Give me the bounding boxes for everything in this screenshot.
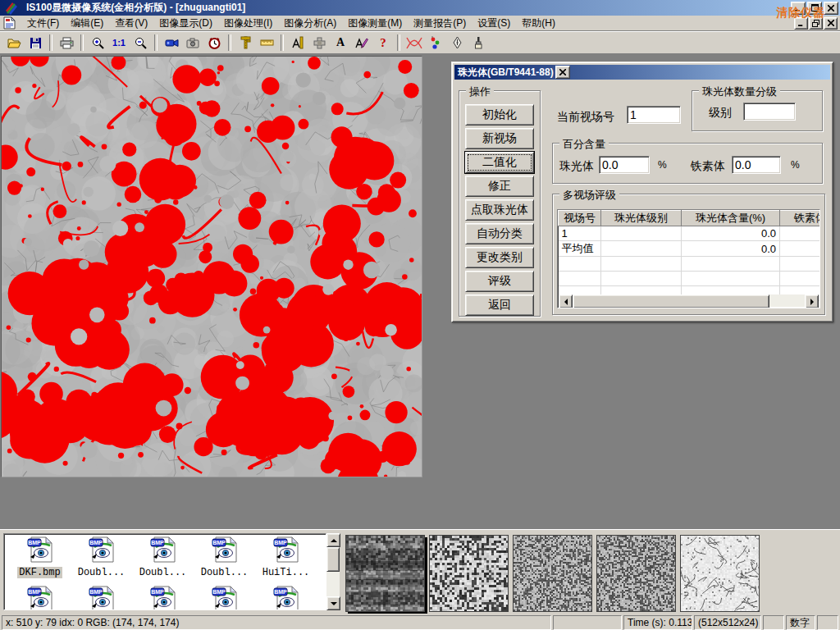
col-pearlite-grade[interactable]: 珠光体级别 [601,211,682,226]
classify-dots-button[interactable] [426,34,445,52]
menu-settings[interactable]: 设置(S) [472,15,516,32]
table-horizontal-scrollbar[interactable] [559,294,819,307]
help-button[interactable]: ? [373,34,393,52]
correct-button[interactable]: 修正 [465,176,534,197]
close-button[interactable] [824,2,838,15]
empty-panel [553,615,622,630]
col-field-no[interactable]: 视场号 [559,211,601,226]
svg-text:BMP: BMP [89,540,103,546]
pick-pearlite-button[interactable]: 点取珠光体 [465,199,534,221]
document-icon[interactable] [3,16,16,30]
dialog-close-button[interactable] [555,66,570,79]
zoom-in-button[interactable] [88,34,107,52]
col-ferrite-content[interactable]: 铁素体含量(%) [780,211,821,226]
new-field-button[interactable]: 新视场 [465,128,534,149]
file-item[interactable]: BMP [71,585,132,610]
auto-classify-button[interactable]: 自动分类 [465,223,534,244]
ferrite-percent-input[interactable] [732,156,781,174]
file-item[interactable]: BMP [194,585,255,610]
svg-text:BMP: BMP [151,589,164,595]
file-item[interactable]: BMP [255,585,317,610]
caliper-button[interactable] [235,34,255,52]
file-item[interactable]: BMP Doubl... [71,536,132,578]
rate-button[interactable]: 评级 [465,271,534,292]
menu-image-analysis[interactable]: 图像分析(A) [278,15,342,32]
pen-tool-button[interactable] [447,34,467,52]
grid-tool-button[interactable] [309,34,329,52]
menu-measure-report[interactable]: 测量报告(P) [408,15,472,32]
file-item[interactable]: BMP Doubl... [194,536,255,578]
grade-input[interactable] [743,103,796,121]
preview-thumbnail[interactable] [345,535,425,612]
scrollbar-thumb[interactable] [573,294,769,308]
file-item[interactable]: BMP [9,585,71,610]
video-camera-button[interactable] [162,34,181,52]
zoom-actual-button[interactable]: 1:1 [109,34,129,52]
table-row-empty [559,272,821,286]
file-item[interactable]: BMP [132,585,194,610]
return-button[interactable]: 返回 [465,294,534,316]
scroll-down-button[interactable] [326,596,340,610]
init-button[interactable]: 初始化 [465,104,534,126]
preview-thumbnail[interactable] [513,535,592,612]
status-bar: x: 510 y: 79 idx: 0 RGB: (174, 174, 174)… [0,614,840,630]
change-class-button[interactable]: 更改类别 [465,247,534,268]
menu-file[interactable]: 文件(F) [21,15,65,32]
mdi-close-button[interactable] [824,17,838,30]
menu-image-process[interactable]: 图像处理(I) [218,15,278,32]
annotate-tool-button[interactable] [352,34,372,52]
menu-edit[interactable]: 编辑(E) [65,15,109,32]
bmp-file-icon: BMP [272,585,300,610]
preview-thumbnail[interactable] [680,535,760,612]
brush-tool-button[interactable] [468,34,488,52]
preview-thumbnail[interactable] [596,535,676,612]
rating-table-wrap: 视场号 珠光体级别 珠光体含量(%) 铁素体含量(%) 1 0.0 [557,209,820,308]
menu-image-display[interactable]: 图像显示(D) [153,15,218,32]
rating-table: 视场号 珠光体级别 珠光体含量(%) 铁素体含量(%) 1 0.0 [558,210,820,301]
file-item[interactable]: BMP DKF.bmp [9,536,71,578]
multi-field-group-label: 多视场评级 [559,188,619,203]
zoom-out-button[interactable] [130,34,150,52]
cell-grade [601,241,682,257]
toolbar-separator [228,34,231,51]
scrollbar-track[interactable] [326,572,340,596]
file-name[interactable]: Doubl... [76,567,127,578]
micrograph-canvas[interactable] [1,56,422,477]
scroll-right-button[interactable] [805,294,819,308]
table-row[interactable]: 平均值 0.0 [559,241,821,257]
menu-view[interactable]: 查看(V) [109,15,153,32]
toolbar-separator [49,34,52,51]
binarize-button[interactable]: 二值化 [465,152,534,173]
file-name[interactable]: Doubl... [199,567,250,578]
scroll-up-button[interactable] [326,533,340,547]
text-tool-button[interactable]: A [331,34,350,52]
file-item[interactable]: BMP HuiTi... [255,536,317,578]
ruler-button[interactable] [257,34,276,52]
scrollbar-track[interactable] [769,294,805,307]
file-name[interactable]: Doubl... [138,567,189,578]
measure-text-button[interactable] [288,34,308,52]
print-button[interactable] [57,34,76,52]
toolbar-separator [281,34,284,51]
file-item[interactable]: BMP Doubl... [132,536,194,578]
table-row[interactable]: 1 0.0 [559,226,821,241]
scroll-left-button[interactable] [559,294,573,308]
col-pearlite-content[interactable]: 珠光体含量(%) [682,211,780,226]
dialog-title-bar[interactable]: 珠光体(GB/T9441-88) [454,65,830,80]
file-list-scrollbar[interactable] [326,533,340,610]
timer-clock-button[interactable] [204,34,224,52]
file-name[interactable]: DKF.bmp [17,567,62,578]
save-button[interactable] [25,34,45,52]
file-name[interactable]: HuiTi... [261,567,312,578]
scrollbar-thumb[interactable] [326,547,340,572]
operation-group: 操作 初始化 新视场 二值化 修正 点取珠光体 自动分类 更改类别 评级 返回 [459,90,541,317]
menu-bar: 文件(F) 编辑(E) 查看(V) 图像显示(D) 图像处理(I) 图像分析(A… [0,16,840,31]
curve-erase-button[interactable] [404,34,424,52]
pearlite-percent-input[interactable] [599,156,650,174]
preview-thumbnail[interactable] [429,535,509,612]
current-field-input[interactable] [627,106,681,124]
capture-camera-button[interactable] [183,34,203,52]
menu-image-measure[interactable]: 图像测量(M) [342,15,408,32]
menu-help[interactable]: 帮助(H) [516,15,561,32]
open-file-button[interactable] [4,34,24,52]
